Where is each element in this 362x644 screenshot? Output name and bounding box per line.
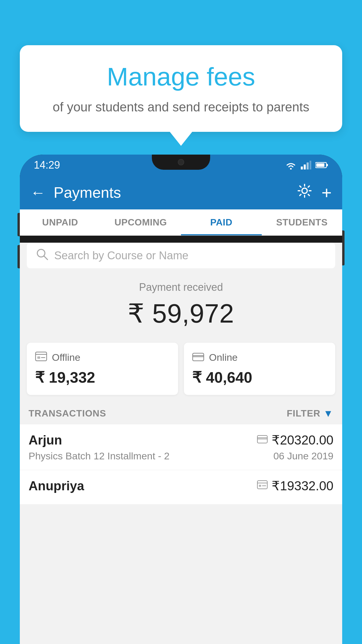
filter-icon: ▼: [323, 408, 333, 419]
online-card-header: Online: [192, 351, 327, 364]
app-header: ← Payments +: [20, 176, 342, 209]
offline-payment-icon: [257, 480, 268, 491]
back-button[interactable]: ←: [30, 185, 45, 200]
offline-icon: [35, 351, 47, 364]
payment-received-amount: ₹ 59,972: [20, 298, 342, 329]
signal-icon: [301, 161, 311, 169]
tab-paid[interactable]: PAID: [181, 209, 262, 235]
svg-rect-21: [257, 481, 267, 489]
svg-rect-6: [326, 164, 328, 166]
tab-upcoming[interactable]: UPCOMING: [101, 209, 181, 235]
transactions-header: TRANSACTIONS FILTER ▼: [20, 401, 342, 424]
offline-card-header: Offline: [35, 351, 170, 364]
phone-mockup: 14:29: [20, 155, 342, 644]
svg-rect-2: [304, 164, 306, 169]
svg-rect-4: [310, 161, 311, 169]
settings-icon[interactable]: [297, 183, 312, 202]
speech-bubble-card: Manage fees of your students and send re…: [20, 45, 342, 132]
online-amount: ₹ 40,640: [192, 369, 327, 386]
phone-frame: 14:29: [20, 155, 342, 644]
payment-cards: Offline ₹ 19,332 Onlin: [27, 343, 335, 395]
online-icon: [192, 351, 204, 364]
online-payment-card: Online ₹ 40,640: [184, 343, 335, 395]
payment-received-label: Payment received: [20, 281, 342, 293]
offline-amount: ₹ 19,332: [35, 369, 170, 386]
offline-label: Offline: [52, 352, 80, 363]
svg-rect-11: [36, 352, 47, 361]
transaction-row-bottom-arjun: Physics Batch 12 Installment - 2 06 June…: [29, 450, 333, 462]
svg-point-0: [290, 168, 292, 169]
front-camera: [178, 159, 184, 165]
transaction-row-anupriya: Anupriya ₹19332.00: [20, 470, 342, 505]
transactions-label: TRANSACTIONS: [29, 408, 106, 419]
payment-received-section: Payment received ₹ 59,972: [20, 272, 342, 337]
tab-bar: UNPAID UPCOMING PAID STUDENTS: [20, 209, 342, 236]
battery-icon: [315, 161, 328, 169]
speech-bubble-title: Manage fees: [36, 63, 326, 91]
add-icon[interactable]: +: [321, 183, 332, 203]
phone-notch: [152, 155, 210, 170]
tab-unpaid[interactable]: UNPAID: [20, 209, 101, 235]
svg-point-8: [302, 188, 307, 193]
search-icon: [36, 248, 48, 263]
tab-students[interactable]: STUDENTS: [262, 209, 342, 235]
svg-line-10: [44, 256, 48, 260]
online-label: Online: [209, 352, 238, 363]
transaction-amount-wrap-anupriya: ₹19332.00: [257, 478, 333, 493]
content-area: Search by Course or Name Payment receive…: [20, 243, 342, 644]
wifi-icon: [285, 161, 297, 169]
svg-rect-7: [316, 163, 324, 167]
svg-rect-23: [259, 485, 261, 487]
status-time: 14:29: [34, 159, 60, 171]
transaction-name-anupriya: Anupriya: [29, 479, 84, 493]
transaction-row: Arjun ₹20320.00 Physics Batch 1: [20, 424, 342, 470]
offline-payment-card: Offline ₹ 19,332: [27, 343, 178, 395]
header-icons: +: [297, 183, 332, 203]
transaction-amount-wrap: ₹20320.00: [257, 433, 333, 447]
transaction-row-top-arjun: Arjun ₹20320.00: [29, 433, 333, 447]
online-payment-icon: [257, 434, 268, 446]
header-title: Payments: [54, 184, 289, 201]
svg-rect-3: [307, 162, 309, 169]
filter-text: FILTER: [287, 408, 321, 419]
svg-rect-13: [37, 356, 40, 359]
transaction-date: 06 June 2019: [273, 450, 333, 462]
filter-button[interactable]: FILTER ▼: [287, 408, 333, 419]
transaction-amount-anupriya: ₹19332.00: [272, 478, 333, 493]
transaction-row-top-anupriya: Anupriya ₹19332.00: [29, 478, 333, 493]
search-input[interactable]: Search by Course or Name: [54, 249, 326, 262]
status-icons: [285, 161, 328, 169]
transaction-amount: ₹20320.00: [272, 433, 333, 447]
search-bar[interactable]: Search by Course or Name: [27, 243, 335, 268]
transaction-course: Physics Batch 12 Installment - 2: [29, 450, 170, 462]
speech-bubble-subtitle: of your students and send receipts to pa…: [36, 98, 326, 116]
svg-rect-1: [301, 167, 303, 169]
transaction-name: Arjun: [29, 433, 62, 447]
